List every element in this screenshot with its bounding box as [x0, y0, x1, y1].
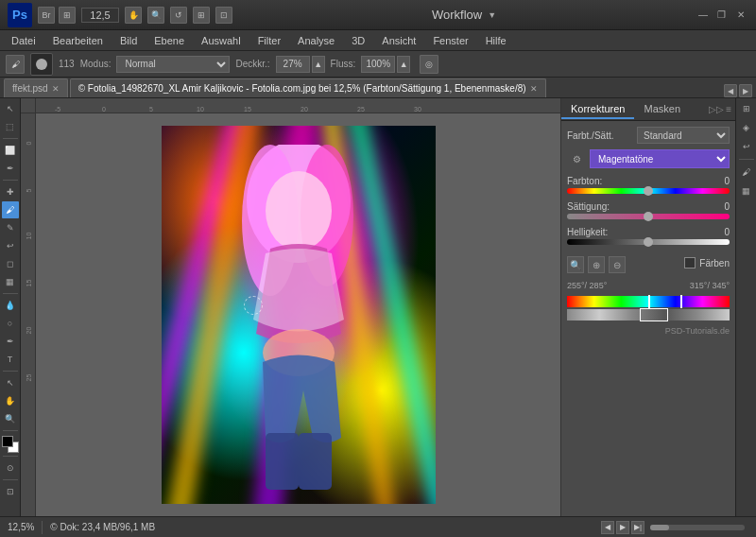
blur-tool[interactable]: 💧 — [2, 297, 19, 314]
brush-tool-icon[interactable]: 🖌 — [6, 55, 25, 74]
zoom-tool[interactable]: 🔍 — [2, 410, 19, 427]
eraser-tool[interactable]: ◻ — [2, 255, 19, 272]
colorize-check[interactable] — [684, 257, 696, 268]
brush-tool[interactable]: 🖌 — [2, 201, 19, 218]
menu-ansicht[interactable]: Ansicht — [374, 33, 423, 48]
nav-play[interactable]: ▶ — [616, 521, 629, 534]
tab-scroll-left[interactable]: ◀ — [724, 84, 737, 97]
sattigung-thumb[interactable] — [644, 212, 653, 221]
mini-bridge-icon[interactable]: ⊞ — [59, 7, 76, 24]
ruler-h-mark: 20 — [301, 106, 308, 113]
swatches-icon[interactable]: ▦ — [738, 182, 755, 199]
helligkeit-thumb[interactable] — [644, 237, 653, 247]
pen-tool[interactable]: ✒ — [2, 333, 19, 350]
deckkr-up[interactable]: ▲ — [312, 56, 325, 73]
status-divider — [42, 521, 43, 534]
text-tool[interactable]: T — [2, 351, 19, 368]
view-icon[interactable]: ⊡ — [215, 7, 232, 24]
tab-korrekturen[interactable]: Korrekturen — [561, 100, 634, 119]
nav-icon[interactable]: ✋ — [125, 7, 142, 24]
sattigung-track[interactable] — [567, 214, 730, 219]
eyedropper-btn-1[interactable]: 🔍 — [567, 256, 584, 273]
heal-tool[interactable]: ✚ — [2, 183, 19, 200]
farbton-track[interactable] — [567, 188, 730, 194]
grid-icon[interactable]: ⊞ — [193, 7, 210, 24]
toolbar-sep-6 — [3, 456, 18, 457]
ruler-h-mark: 0 — [102, 106, 106, 113]
minimize-button[interactable]: — — [696, 8, 711, 23]
channel-select[interactable]: Magentatöne Rote Gelbe — [590, 149, 730, 168]
menu-ebene[interactable]: Ebene — [146, 33, 192, 48]
adj-type-select[interactable]: Standard — [637, 127, 730, 144]
farbton-thumb[interactable] — [644, 186, 653, 196]
tab-effect-psd[interactable]: ffekt.psd ✕ — [4, 78, 68, 97]
spectrum-indicator-1 — [648, 295, 650, 308]
workflow-dropdown-icon[interactable]: ▼ — [488, 10, 496, 20]
quick-mask[interactable]: ⊙ — [2, 459, 19, 476]
helligkeit-track[interactable] — [567, 239, 730, 245]
fg-color[interactable] — [2, 436, 13, 447]
brush-mini-icon[interactable]: 🖌 — [738, 164, 755, 181]
screen-mode[interactable]: ⊡ — [2, 483, 19, 500]
adjustments-content: Farbt./Sätt. Standard ⚙ Magentatöne Rote… — [561, 121, 735, 516]
history-icon[interactable]: ↩ — [738, 138, 755, 155]
menu-3d[interactable]: 3D — [344, 33, 372, 48]
menu-bild[interactable]: Bild — [112, 33, 145, 48]
close-button[interactable]: ✕ — [733, 8, 748, 23]
layers-icon[interactable]: ⊞ — [738, 100, 755, 117]
modus-label: Modus: — [80, 59, 112, 69]
spectrum-bar-2 — [567, 309, 730, 320]
nav-next[interactable]: ▶| — [631, 521, 644, 534]
right-mini-toolbar: ⊞ ◈ ↩ 🖌 ▦ — [735, 98, 756, 516]
bridge-icon[interactable]: Br — [38, 7, 55, 24]
dodge-tool[interactable]: ○ — [2, 315, 19, 332]
eyedropper-tool[interactable]: ✒ — [2, 160, 19, 177]
eyedropper-btn-2[interactable]: ⊕ — [588, 256, 605, 273]
tab-fotolia[interactable]: © Fotolia_14982670_XL Amir Kaljikovic - … — [70, 78, 546, 97]
toolbar-sep-2 — [3, 180, 18, 181]
fg-bg-colors[interactable] — [2, 436, 19, 453]
ruler-h: -5 0 5 10 15 20 25 30 — [36, 98, 560, 113]
zoom-icon[interactable]: 🔍 — [147, 7, 164, 24]
lasso-tool[interactable]: ⬚ — [2, 118, 19, 135]
select-tool[interactable]: ↖ — [2, 374, 19, 391]
nav-prev[interactable]: ◀ — [601, 521, 614, 534]
deckkr-label: Deckkr.: — [235, 59, 269, 69]
rotate-icon[interactable]: ↺ — [170, 7, 187, 24]
tab-effect-close[interactable]: ✕ — [52, 84, 60, 94]
menu-auswahl[interactable]: Auswahl — [194, 33, 249, 48]
svg-rect-6 — [299, 433, 332, 490]
fluss-up[interactable]: ▲ — [397, 56, 410, 73]
move-tool[interactable]: ↖ — [2, 100, 19, 117]
menu-hilfe[interactable]: Hilfe — [478, 33, 514, 48]
crop-tool[interactable]: ⬜ — [2, 142, 19, 159]
fluss-input[interactable] — [361, 56, 395, 73]
menu-filter[interactable]: Filter — [250, 33, 288, 48]
clone-tool[interactable]: ✎ — [2, 219, 19, 236]
maximize-button[interactable]: ❐ — [714, 8, 730, 23]
history-brush[interactable]: ↩ — [2, 237, 19, 254]
menu-datei[interactable]: Datei — [4, 33, 43, 48]
menu-fenster[interactable]: Fenster — [425, 33, 475, 48]
sattigung-label: Sättigung: — [567, 201, 610, 212]
tab-fotolia-close[interactable]: ✕ — [530, 84, 538, 94]
deckkr-input[interactable] — [276, 56, 310, 73]
menu-bearbeiten[interactable]: Bearbeiten — [45, 33, 111, 48]
tab-scroll-right[interactable]: ▶ — [739, 84, 752, 97]
gradient-tool[interactable]: ▦ — [2, 273, 19, 290]
zoom-display[interactable]: 12,5 — [81, 8, 119, 23]
panel-expand-icon[interactable]: ▷▷ — [709, 104, 724, 114]
ruler-h-mark: -5 — [55, 106, 60, 113]
selection-circle — [244, 296, 263, 315]
tab-masken[interactable]: Masken — [634, 100, 690, 119]
panel-menu-icon[interactable]: ≡ — [726, 104, 731, 114]
airbrush-icon[interactable]: ◎ — [420, 55, 438, 74]
modus-select[interactable]: Normal Aufhellen Abdunkeln — [116, 56, 230, 73]
channels-icon[interactable]: ◈ — [738, 119, 755, 136]
brush-preview[interactable] — [30, 53, 53, 76]
left-toolbar: ↖ ⬚ ⬜ ✒ ✚ 🖌 ✎ ↩ ◻ ▦ 💧 ○ ✒ T ↖ ✋ 🔍 ⊙ ⊡ — [0, 98, 21, 516]
menu-analyse[interactable]: Analyse — [290, 33, 342, 48]
helligkeit-label: Helligkeit: — [567, 227, 608, 237]
hand-tool[interactable]: ✋ — [2, 392, 19, 409]
eyedropper-btn-3[interactable]: ⊖ — [609, 256, 626, 273]
